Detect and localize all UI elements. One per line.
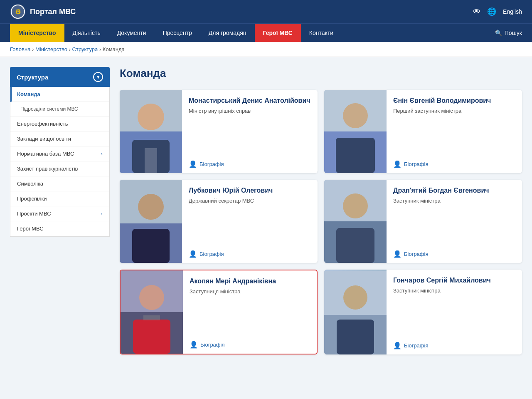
card-drapiatyi: Драп'ятий Богдан Євгенович Заступник мін… [324,180,522,263]
breadcrumb-sep-2: › [69,46,72,52]
sidebar-item-subdivisions[interactable]: Підрозділи системи МВС [10,102,109,116]
sidebar-item-higher-edu[interactable]: Заклади вищої освіти [10,131,109,146]
photo-enin [324,90,387,173]
card-name-enin: Єнін Євгеній Володимирович [393,97,515,105]
sidebar-item-unions[interactable]: Профспілки [10,191,109,206]
bio-link-monastyrskyi[interactable]: 👤 Біографія [189,160,311,168]
sidebar-menu: Команда Підрозділи системи МВС Енергоефе… [10,87,110,237]
nav-item-activity[interactable]: Діяльність [64,24,109,42]
sidebar-item-symbolika[interactable]: Символіка [10,176,109,191]
svg-rect-11 [336,138,375,173]
card-honcharov: Гончаров Сергій Михайлович Заступник мін… [324,270,522,354]
breadcrumb-home[interactable]: Головна [10,46,30,52]
bio-link-enin[interactable]: 👤 Біографія [393,160,515,168]
sidebar-item-energy[interactable]: Енергоефективність [10,116,109,131]
bio-label: Біографія [200,161,224,167]
nav-item-documents[interactable]: Документи [109,24,155,42]
bio-link-honcharov[interactable]: 👤 Біографія [393,342,515,349]
card-info-lubkovych: Лубкович Юрій Олегович Державний секрета… [182,180,318,263]
chevron-right-icon-2: › [101,211,103,217]
card-monastyrskyi: Монастирський Денис Анатолійович Міністр… [120,90,318,173]
card-enin: Єнін Євгеній Володимирович Перший заступ… [324,90,522,173]
sidebar-item-label: Підрозділи системи МВС [20,106,78,112]
main-layout: Структура ▾ Команда Підрозділи системи М… [0,57,532,364]
nav-item-press[interactable]: Пресцентр [155,24,200,42]
breadcrumb-structure[interactable]: Структура [72,46,98,52]
eye-icon[interactable]: 👁 [473,7,480,16]
bio-link-lubkovych[interactable]: 👤 Біографія [189,250,311,258]
svg-rect-15 [132,229,170,263]
header-right: 👁 🌐 English [473,7,522,16]
header: ⚙ Портал МВС 👁 🌐 English [0,0,532,23]
nav-item-contacts[interactable]: Контакти [301,24,342,42]
svg-point-10 [343,103,368,128]
person-silhouette [120,90,182,173]
breadcrumb-current: Команда [103,46,125,52]
photo-monastyrskyi [120,90,182,173]
sidebar-item-projects[interactable]: Проєкти МВС › [10,206,109,221]
nav-item-citizens[interactable]: Для громадян [200,24,255,42]
svg-rect-23 [133,320,170,354]
globe-icon[interactable]: 🌐 [487,7,496,16]
bio-icon: 👤 [393,342,401,349]
svg-point-27 [343,285,367,310]
page-title: Команда [120,67,522,80]
svg-point-5 [138,104,164,130]
person-silhouette [121,270,183,354]
svg-rect-19 [336,228,374,263]
sidebar-item-command[interactable]: Команда [10,87,109,102]
card-lubkovych: Лубкович Юрій Олегович Державний секрета… [120,180,318,263]
lang-label[interactable]: English [503,8,522,15]
bio-label: Біографія [404,342,428,349]
card-info-enin: Єнін Євгеній Володимирович Перший заступ… [387,90,522,173]
bio-label: Біографія [200,342,224,348]
bio-icon: 👤 [189,250,197,258]
sidebar-item-label: Профспілки [17,196,47,202]
sidebar-item-label: Енергоефективність [17,121,68,127]
sidebar-item-heroes[interactable]: Герої МВС [10,221,109,236]
nav-item-heroes[interactable]: Герої МВС [255,24,301,42]
sidebar: Структура ▾ Команда Підрозділи системи М… [10,67,110,354]
bio-label: Біографія [404,251,428,257]
sidebar-item-label: Герої МВС [17,226,44,232]
card-name-lubkovych: Лубкович Юрій Олегович [189,186,311,195]
bio-link-drapiatyi[interactable]: 👤 Біографія [393,250,515,258]
search-label: Пошук [505,30,522,36]
person-silhouette [324,90,387,173]
main-nav: Міністерство Діяльність Документи Пресце… [0,23,532,42]
breadcrumb-ministry[interactable]: Міністерство [35,46,67,52]
sidebar-item-normbase[interactable]: Нормативна база МВС › [10,146,109,161]
card-info-monastyrskyi: Монастирський Денис Анатолійович Міністр… [182,90,318,173]
svg-rect-24 [143,315,160,320]
card-akopian: Акопян Мері Андраніківна Заступниця міні… [120,270,318,354]
card-role-enin: Перший заступник міністра [393,108,515,114]
breadcrumb: Головна › Міністерство › Структура › Ком… [0,42,532,57]
photo-honcharov [324,270,387,354]
photo-drapiatyi [324,180,387,263]
logo-text: Портал МВС [30,7,76,16]
content-area: Команда Монастирський Денис Анатолійович [120,67,522,354]
card-info-akopian: Акопян Мері Андраніківна Заступниця міні… [183,270,317,354]
sidebar-item-label: Команда [17,91,40,97]
card-info-honcharov: Гончаров Сергій Михайлович Заступник мін… [387,270,522,354]
person-silhouette [120,180,182,263]
person-silhouette [324,180,387,263]
nav-item-ministry[interactable]: Міністерство [10,24,64,42]
bio-link-akopian[interactable]: 👤 Біографія [190,341,310,349]
search-icon: 🔍 [495,30,502,36]
search-button[interactable]: 🔍 Пошук [495,30,522,36]
card-info-drapiatyi: Драп'ятий Богдан Євгенович Заступник мін… [387,180,522,263]
sidebar-title[interactable]: Структура ▾ [10,67,110,87]
sidebar-item-journalists[interactable]: Захист прав журналістів [10,161,109,176]
card-role-honcharov: Заступник міністра [393,287,515,294]
svg-point-14 [138,194,164,220]
card-name-drapiatyi: Драп'ятий Богдан Євгенович [393,186,515,195]
card-name-monastyrskyi: Монастирський Денис Анатолійович [189,97,311,105]
svg-rect-7 [145,148,157,173]
sidebar-item-label: Проєкти МВС [17,211,51,217]
breadcrumb-sep-1: › [32,46,35,52]
bio-label: Біографія [404,161,428,167]
logo[interactable]: ⚙ Портал МВС [10,4,76,20]
person-silhouette [324,271,387,354]
chevron-down-icon: ▾ [93,72,103,82]
